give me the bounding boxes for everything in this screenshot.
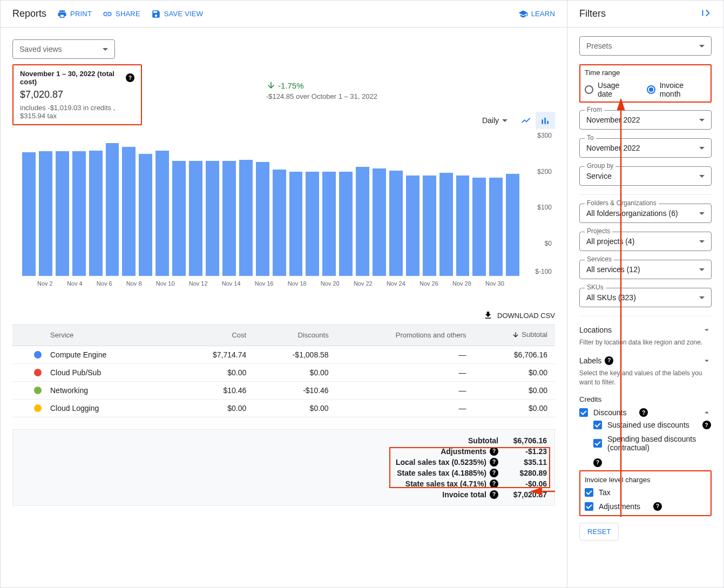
help-icon[interactable]: ? bbox=[639, 408, 648, 417]
checkbox-checked-icon bbox=[593, 439, 602, 448]
usage-date-radio[interactable]: Usage date bbox=[585, 81, 636, 98]
help-icon[interactable]: ? bbox=[490, 490, 498, 499]
chart-bar[interactable] bbox=[439, 173, 453, 276]
chart-bar[interactable] bbox=[222, 161, 236, 276]
saved-views-select[interactable]: Saved views bbox=[12, 39, 115, 59]
col-header[interactable]: Discounts bbox=[254, 325, 336, 346]
download-csv-button[interactable]: DOWNLOAD CSV bbox=[12, 310, 555, 320]
annotation-box: Time range Usage date Invoice month bbox=[579, 64, 712, 103]
locations-expand[interactable]: Locations bbox=[579, 325, 712, 335]
chart-bar[interactable] bbox=[489, 178, 503, 276]
chart-bar[interactable] bbox=[39, 151, 52, 276]
help-icon[interactable]: ? bbox=[126, 73, 134, 82]
chart-bar[interactable] bbox=[339, 172, 353, 276]
save-view-button[interactable]: SAVE VIEW bbox=[151, 9, 203, 19]
discounts-expand[interactable]: Discounts ? bbox=[579, 408, 712, 417]
col-header[interactable]: Cost bbox=[175, 325, 254, 346]
x-tick-label: Nov 2 bbox=[37, 280, 53, 287]
chevron-down-icon bbox=[702, 356, 712, 366]
col-header[interactable]: Promotions and others bbox=[336, 325, 474, 346]
help-icon[interactable]: ? bbox=[490, 479, 498, 488]
chart-bar[interactable] bbox=[139, 154, 152, 276]
chart-bar[interactable] bbox=[72, 151, 86, 276]
x-tick-label: Nov 12 bbox=[189, 280, 208, 287]
table-row[interactable]: Networking$10.46-$10.46—$0.00 bbox=[12, 381, 555, 399]
labels-expand[interactable]: Labels? bbox=[579, 356, 712, 366]
series-dot bbox=[34, 404, 42, 412]
help-icon[interactable]: ? bbox=[593, 458, 602, 467]
granularity-select[interactable]: Daily bbox=[482, 116, 508, 125]
help-icon[interactable]: ? bbox=[653, 502, 662, 511]
learn-button[interactable]: LEARN bbox=[518, 9, 555, 19]
help-icon[interactable]: ? bbox=[702, 421, 711, 429]
chart-bar[interactable] bbox=[472, 178, 486, 276]
chart-bar[interactable] bbox=[506, 174, 519, 276]
help-icon[interactable]: ? bbox=[605, 356, 613, 365]
cost-table: ServiceCostDiscountsPromotions and other… bbox=[12, 325, 555, 417]
chart-bar[interactable] bbox=[373, 168, 386, 276]
bar-chart-toggle[interactable] bbox=[536, 112, 555, 129]
invoice-charges-label: Invoice level charges bbox=[585, 476, 706, 484]
help-icon[interactable]: ? bbox=[490, 447, 498, 456]
presets-select[interactable]: Presets bbox=[579, 36, 712, 56]
y-tick-label: $0 bbox=[545, 240, 552, 247]
x-tick-label: Nov 8 bbox=[126, 280, 142, 287]
chart-bar[interactable] bbox=[256, 162, 269, 276]
table-row[interactable]: Compute Engine$7,714.74-$1,008.58—$6,706… bbox=[12, 346, 555, 363]
chart-bar[interactable] bbox=[423, 175, 436, 276]
chart-bar[interactable] bbox=[306, 172, 319, 276]
x-tick-label: Nov 30 bbox=[485, 280, 504, 287]
chart-bar[interactable] bbox=[89, 151, 103, 276]
chevron-down-icon bbox=[699, 268, 705, 271]
spending-checkbox[interactable]: Spending based discounts (contractual) bbox=[593, 435, 712, 452]
chart-bar[interactable] bbox=[322, 172, 336, 276]
adjustments-checkbox[interactable]: Adjustments ? bbox=[585, 502, 706, 511]
bar-chart-icon bbox=[540, 115, 551, 126]
checkbox-checked-icon bbox=[593, 421, 602, 429]
chart-bar[interactable] bbox=[189, 161, 202, 276]
reset-button[interactable]: RESET bbox=[579, 523, 619, 540]
sustained-checkbox[interactable]: Sustained use discounts ? bbox=[593, 421, 712, 429]
summary-sub: includes -$1,019.03 in credits , $315.94… bbox=[20, 104, 134, 120]
chart-bar[interactable] bbox=[206, 161, 219, 276]
chevron-down-icon bbox=[699, 119, 705, 121]
chart-bar[interactable] bbox=[456, 175, 470, 276]
chart-bar[interactable] bbox=[406, 175, 419, 276]
x-tick-label: Nov 18 bbox=[288, 280, 307, 287]
totals-row: Subtotal$6,706.16 bbox=[390, 435, 547, 446]
to-select[interactable]: November 2022 bbox=[579, 138, 712, 158]
chart-bar[interactable] bbox=[389, 171, 403, 276]
totals-row: Adjustments ?-$1.23 bbox=[390, 446, 547, 457]
link-icon bbox=[103, 9, 112, 19]
totals-row: Invoice total ?$7,020.87 bbox=[390, 489, 547, 500]
x-tick-label: Nov 22 bbox=[354, 280, 373, 287]
col-header[interactable]: Subtotal bbox=[474, 325, 555, 346]
col-header[interactable]: Service bbox=[12, 325, 175, 346]
table-row[interactable]: Cloud Logging$0.00$0.00—$0.00 bbox=[12, 399, 555, 417]
checkbox-checked-icon[interactable] bbox=[579, 408, 588, 417]
table-row[interactable]: Cloud Pub/Sub$0.00$0.00—$0.00 bbox=[12, 363, 555, 381]
chevron-down-icon bbox=[699, 240, 705, 243]
help-icon[interactable]: ? bbox=[490, 469, 498, 477]
chart-bar[interactable] bbox=[155, 151, 169, 276]
share-button[interactable]: SHARE bbox=[103, 9, 140, 19]
invoice-month-radio[interactable]: Invoice month bbox=[647, 81, 706, 98]
line-chart-toggle[interactable] bbox=[516, 112, 536, 129]
chart-bar[interactable] bbox=[273, 170, 286, 276]
chart-bar[interactable] bbox=[22, 152, 36, 276]
chart-bar[interactable] bbox=[289, 172, 303, 276]
collapse-panel-button[interactable] bbox=[700, 7, 712, 21]
y-tick-label: $300 bbox=[537, 132, 552, 139]
chart-bar[interactable] bbox=[356, 167, 369, 276]
chart-bar[interactable] bbox=[239, 160, 253, 276]
print-button[interactable]: PRINT bbox=[57, 9, 92, 19]
tax-checkbox[interactable]: Tax bbox=[585, 488, 706, 497]
chart-bar[interactable] bbox=[106, 143, 119, 276]
x-tick-label: Nov 4 bbox=[67, 280, 83, 287]
chart-bar[interactable] bbox=[56, 151, 69, 276]
saved-views-label: Saved views bbox=[19, 45, 62, 53]
help-icon[interactable]: ? bbox=[490, 458, 498, 467]
chart-bar[interactable] bbox=[172, 161, 186, 276]
chart-bar[interactable] bbox=[122, 147, 136, 276]
y-tick-label: $200 bbox=[537, 168, 552, 175]
